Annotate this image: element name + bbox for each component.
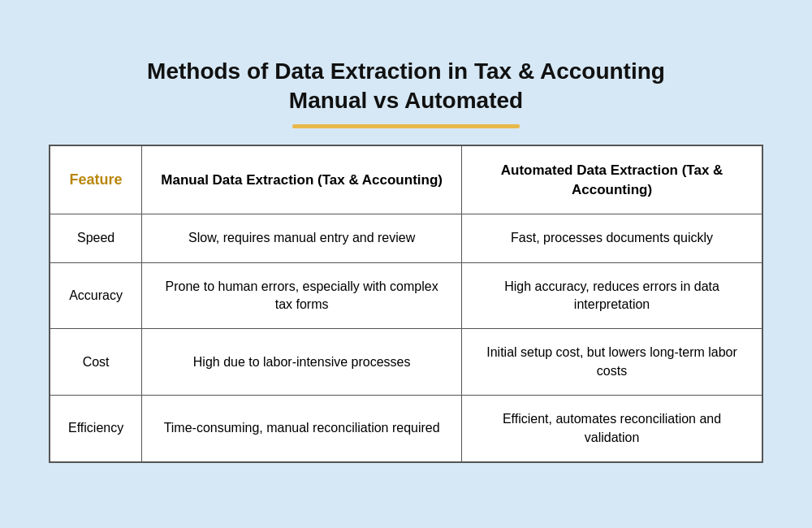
title-divider	[292, 124, 520, 128]
cell-automated-2: Initial setup cost, but lowers long-term…	[462, 329, 762, 396]
cell-automated-1: High accuracy, reduces errors in data in…	[462, 262, 762, 329]
table-row: SpeedSlow, requires manual entry and rev…	[50, 214, 762, 262]
cell-manual-2: High due to labor-intensive processes	[142, 329, 462, 396]
header-manual: Manual Data Extraction (Tax & Accounting…	[142, 145, 462, 214]
title-line1: Methods of Data Extraction in Tax & Acco…	[147, 58, 665, 84]
table-row: EfficiencyTime-consuming, manual reconci…	[50, 396, 762, 462]
header-automated: Automated Data Extraction (Tax & Account…	[462, 145, 762, 214]
cell-feature-0: Speed	[50, 214, 142, 262]
comparison-table: Feature Manual Data Extraction (Tax & Ac…	[49, 145, 763, 463]
cell-automated-3: Efficient, automates reconciliation and …	[462, 396, 762, 462]
cell-feature-1: Accuracy	[50, 262, 142, 329]
cell-manual-1: Prone to human errors, especially with c…	[142, 262, 462, 329]
main-container: Methods of Data Extraction in Tax & Acco…	[24, 41, 788, 487]
cell-automated-0: Fast, processes documents quickly	[462, 214, 762, 262]
header-feature: Feature	[50, 145, 142, 214]
table-row: AccuracyProne to human errors, especiall…	[50, 262, 762, 329]
cell-manual-0: Slow, requires manual entry and review	[142, 214, 462, 262]
cell-feature-3: Efficiency	[50, 396, 142, 462]
table-row: CostHigh due to labor-intensive processe…	[50, 329, 762, 396]
cell-feature-2: Cost	[50, 329, 142, 396]
title-line2: Manual vs Automated	[289, 88, 523, 113]
cell-manual-3: Time-consuming, manual reconciliation re…	[142, 396, 462, 462]
table-header-row: Feature Manual Data Extraction (Tax & Ac…	[50, 145, 762, 214]
page-title: Methods of Data Extraction in Tax & Acco…	[49, 57, 763, 116]
